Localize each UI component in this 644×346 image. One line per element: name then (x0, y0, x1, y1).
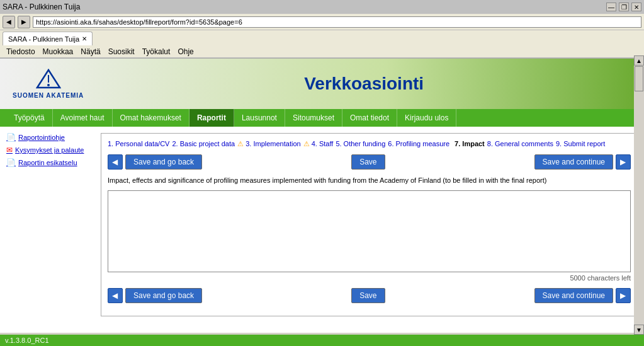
main-content: 📄 Raportointiohje ✉ Kysymykset ja palaut… (0, 127, 644, 323)
version-text: v.1.3.8.0_RC1 (5, 337, 49, 344)
version-bar: v.1.3.8.0_RC1 (0, 335, 644, 346)
sidebar-label-kysymykset: Kysymykset ja palaute (15, 146, 84, 154)
bottom-save-and-continue-button[interactable]: Save and continue (534, 288, 613, 303)
menu-tiedosto[interactable]: Tiedosto (5, 47, 37, 56)
content-area: 1. Personal data/CV 2. Basic project dat… (101, 133, 638, 316)
tab-close-button[interactable]: ✕ (82, 35, 87, 42)
sidebar-link-raportointiohje[interactable]: 📄 Raportointiohje (6, 133, 94, 142)
nav-omat-tiedot[interactable]: Omat tiedot (342, 109, 397, 127)
menu-tyokalut[interactable]: Työkalut (141, 47, 172, 56)
sidebar-label-raportointiohje: Raportointiohje (18, 134, 65, 141)
minimize-button[interactable]: — (606, 3, 616, 11)
address-text: https://asiointi.aka.fi/sahas/desktop/fi… (36, 18, 242, 26)
back-button[interactable]: ◀ (3, 16, 15, 28)
top-save-and-continue-button[interactable]: Save and continue (534, 154, 613, 170)
step-5[interactable]: 5. Other funding (336, 140, 385, 148)
forward-button[interactable]: ▶ (18, 16, 30, 28)
nav-avoimet-haut[interactable]: Avoimet haut (53, 109, 113, 127)
menu-suosikit[interactable]: Suosikit (107, 47, 136, 56)
form-description: Impact, effects and significance of prof… (108, 176, 631, 185)
step-8[interactable]: 8. General comments (487, 140, 553, 148)
tab-bar: SARA - Pulkkinen Tuija ✕ (0, 30, 644, 45)
menu-bar: Tiedosto Muokkaa Näytä Suosikit Työkalut… (0, 45, 644, 58)
sidebar: 📄 Raportointiohje ✉ Kysymykset ja palaut… (6, 133, 94, 316)
restore-button[interactable]: ❐ (619, 3, 629, 11)
scrollbar[interactable]: ▲ ▼ (634, 55, 644, 335)
nav-raportit[interactable]: Raportit (189, 109, 234, 127)
impact-textarea[interactable] (108, 190, 631, 272)
scroll-down-button[interactable]: ▼ (634, 325, 644, 335)
scroll-thumb[interactable] (635, 66, 643, 91)
step-9[interactable]: 9. Submit report (556, 140, 605, 148)
sidebar-link-kysymykset[interactable]: ✉ Kysymykset ja palaute (6, 146, 94, 154)
mail-icon: ✉ (6, 146, 13, 154)
bottom-save-and-go-back-button[interactable]: Save and go back (125, 288, 202, 303)
close-button[interactable]: ✕ (631, 3, 641, 11)
step-1[interactable]: 1. Personal data/CV (108, 140, 169, 148)
top-action-row: ◀ Save and go back Save Save and continu… (108, 154, 631, 170)
bottom-nav-forward-button[interactable]: ▶ (616, 288, 631, 303)
browser-title: SARA - Pulkkinen Tuija (3, 3, 80, 11)
site-title: Verkkoasiointi (96, 74, 631, 94)
menu-ohje[interactable]: Ohje (176, 47, 195, 56)
nav-bar: ◀ ▶ https://asiointi.aka.fi/sahas/deskto… (0, 14, 644, 30)
tab-label: SARA - Pulkkinen Tuija (8, 35, 79, 43)
step-7: 7. Impact (455, 140, 485, 148)
nav-sitoumukset[interactable]: Sitoumukset (285, 109, 342, 127)
nav-kirjaudu-ulos[interactable]: Kirjaudu ulos (397, 109, 456, 127)
address-bar[interactable]: https://asiointi.aka.fi/sahas/desktop/fi… (33, 16, 641, 28)
nav-omat-hakemukset[interactable]: Omat hakemukset (113, 109, 189, 127)
top-nav-back-button[interactable]: ◀ (108, 154, 123, 170)
impact-textarea-wrapper: 5000 characters left (108, 190, 631, 282)
bottom-action-row: ◀ Save and go back Save Save and continu… (108, 288, 631, 303)
sidebar-link-esikatselu[interactable]: 📄 Raportin esikatselu (6, 158, 94, 167)
sidebar-label-esikatselu: Raportin esikatselu (18, 159, 77, 166)
step-3[interactable]: 3. Implementation (237, 140, 301, 148)
browser-tab[interactable]: SARA - Pulkkinen Tuija ✕ (3, 32, 93, 45)
char-count: 5000 characters left (108, 274, 631, 282)
bottom-save-button[interactable]: Save (351, 288, 385, 303)
menu-nayta[interactable]: Näytä (79, 47, 101, 56)
scroll-up-button[interactable]: ▲ (634, 55, 644, 66)
top-nav: Työpöytä Avoimet haut Omat hakemukset Ra… (0, 109, 644, 127)
step-4[interactable]: 4. Staff (303, 140, 334, 148)
step-2[interactable]: 2. Basic project data (172, 140, 235, 148)
nav-tyopoyta[interactable]: Työpöytä (6, 109, 53, 127)
menu-muokkaa[interactable]: Muokkaa (42, 47, 75, 56)
nav-lausunnot[interactable]: Lausunnot (234, 109, 285, 127)
page-content: SUOMEN AKATEMIA Verkkoasiointi Työpöytä … (0, 59, 644, 333)
logo-area: SUOMEN AKATEMIA (13, 69, 84, 99)
top-nav-forward-button[interactable]: ▶ (616, 154, 631, 170)
title-bar: SARA - Pulkkinen Tuija — ❐ ✕ (0, 0, 644, 14)
bottom-nav-back-button[interactable]: ◀ (108, 288, 123, 303)
site-header: SUOMEN AKATEMIA Verkkoasiointi (0, 59, 644, 109)
logo-text-main: SUOMEN AKATEMIA (13, 92, 84, 99)
pdf-icon-1: 📄 (6, 133, 16, 142)
pdf-icon-2: 📄 (6, 158, 16, 167)
top-save-button[interactable]: Save (351, 154, 385, 170)
step-6[interactable]: 6. Profiling measure (388, 140, 449, 148)
svg-point-2 (47, 84, 50, 86)
steps-nav: 1. Personal data/CV 2. Basic project dat… (108, 140, 631, 148)
logo-icon (36, 69, 61, 91)
top-save-and-go-back-button[interactable]: Save and go back (125, 154, 202, 170)
